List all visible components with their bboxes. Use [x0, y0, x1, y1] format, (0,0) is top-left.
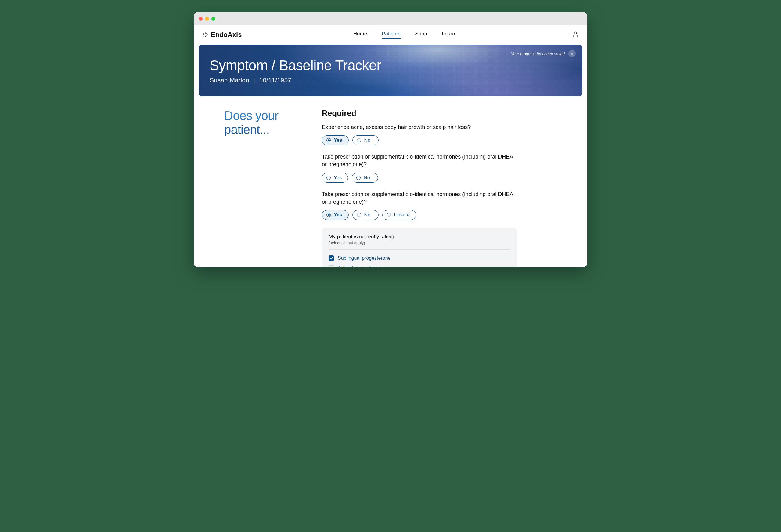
checkbox-icon: [329, 256, 334, 261]
nav-center: HomePatientsShopLearn: [242, 31, 567, 39]
option-label: Yes: [334, 137, 342, 143]
save-message: Your progress has been saved: [511, 51, 565, 56]
svg-point-0: [574, 32, 576, 34]
questions-container: Experience acne, excess body hair growth…: [322, 124, 517, 220]
check-list: Sublingual progesteroneTopical progester…: [329, 253, 510, 267]
sub-panel-title: My patient is currently taking: [329, 234, 510, 240]
form-column: Required Experience acne, excess body ha…: [322, 108, 517, 267]
dismiss-save-button[interactable]: [568, 50, 576, 57]
radio-icon: [357, 213, 361, 217]
option-label: No: [364, 212, 370, 218]
patient-subtitle: Susan Marlon | 10/11/1957: [210, 77, 571, 84]
option-no[interactable]: No: [353, 135, 379, 145]
radio-icon: [387, 213, 391, 217]
option-row: YesNo: [322, 173, 517, 183]
radio-icon: [356, 176, 361, 180]
check-item[interactable]: Topical progesterone: [329, 263, 510, 267]
side-prompt-text: Does your patient...: [224, 108, 303, 137]
section-title: Required: [322, 108, 517, 118]
radio-icon: [326, 138, 331, 142]
save-indicator: Your progress has been saved: [511, 50, 576, 57]
side-prompt: Does your patient...: [224, 108, 303, 267]
nav-link-shop[interactable]: Shop: [415, 31, 427, 39]
sub-panel-currently-taking: My patient is currently taking (select a…: [322, 228, 517, 267]
main-content: Does your patient... Required Experience…: [194, 96, 587, 267]
question-3: Take prescription or supplemental bio-id…: [322, 190, 517, 220]
hero-wrap: Your progress has been saved Symptom / B…: [194, 45, 587, 96]
window-close-dot[interactable]: [199, 17, 203, 21]
window-minimize-dot[interactable]: [205, 17, 209, 21]
option-label: No: [364, 137, 370, 143]
option-yes[interactable]: Yes: [322, 173, 348, 183]
option-row: YesNoUnsure: [322, 210, 517, 220]
check-item[interactable]: Sublingual progesterone: [329, 253, 510, 263]
question-1: Experience acne, excess body hair growth…: [322, 124, 517, 145]
option-no[interactable]: No: [353, 210, 379, 220]
window-zoom-dot[interactable]: [211, 17, 215, 21]
nav-link-learn[interactable]: Learn: [442, 31, 455, 39]
sub-panel-hint: (select all that apply): [329, 240, 510, 245]
nav-link-patients[interactable]: Patients: [382, 31, 400, 39]
radio-icon: [357, 138, 361, 142]
question-text: Experience acne, excess body hair growth…: [322, 124, 517, 131]
check-item-label: Topical progesterone: [338, 265, 383, 267]
close-icon: [570, 52, 574, 55]
brand-logo-icon: [202, 32, 208, 38]
option-no[interactable]: No: [352, 173, 378, 183]
option-unsure[interactable]: Unsure: [382, 210, 416, 220]
question-text: Take prescription or supplemental bio-id…: [322, 153, 517, 168]
hero-banner: Your progress has been saved Symptom / B…: [199, 45, 582, 96]
brand-name: EndoAxis: [211, 31, 242, 39]
radio-icon: [326, 176, 331, 180]
patient-dob: 10/11/1957: [259, 77, 291, 84]
patient-name: Susan Marlon: [210, 77, 249, 84]
option-row: YesNo: [322, 135, 517, 145]
user-icon[interactable]: [572, 31, 579, 39]
radio-icon: [326, 213, 331, 217]
nav-link-home[interactable]: Home: [353, 31, 367, 39]
brand[interactable]: EndoAxis: [202, 31, 242, 39]
top-nav: EndoAxis HomePatientsShopLearn: [194, 25, 587, 45]
question-text: Take prescription or supplemental bio-id…: [322, 190, 517, 206]
separator: |: [253, 77, 255, 84]
option-yes[interactable]: Yes: [322, 210, 349, 220]
window-titlebar: [194, 12, 587, 25]
option-label: No: [364, 175, 370, 180]
nav-right: [567, 31, 579, 39]
app-window: EndoAxis HomePatientsShopLearn Your prog…: [194, 12, 587, 267]
option-yes[interactable]: Yes: [322, 135, 349, 145]
option-label: Unsure: [394, 212, 410, 218]
option-label: Yes: [334, 175, 342, 180]
option-label: Yes: [334, 212, 342, 218]
checkbox-icon: [329, 265, 334, 267]
question-2: Take prescription or supplemental bio-id…: [322, 153, 517, 182]
page-title: Symptom / Baseline Tracker: [210, 57, 571, 74]
check-item-label: Sublingual progesterone: [338, 256, 390, 261]
